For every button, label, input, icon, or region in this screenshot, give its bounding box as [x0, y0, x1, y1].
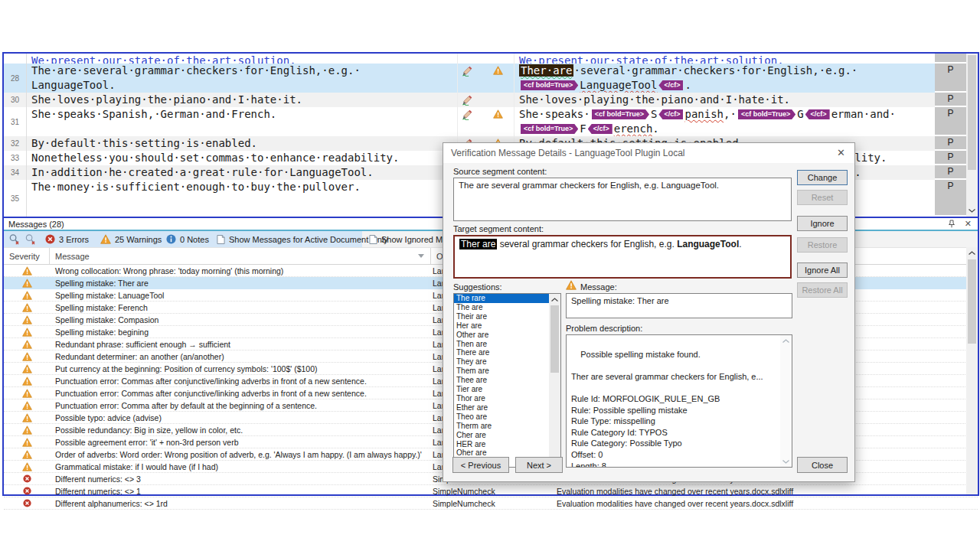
errors-filter-button[interactable]: 3 Errors — [45, 231, 89, 247]
tag-open: <cf bold=True> — [521, 124, 578, 134]
tag-close: </cf> — [658, 109, 683, 119]
message-cell: Different alphanumerics: <> 1rd — [50, 499, 431, 508]
suggestion-item[interactable]: Thor are — [454, 394, 549, 403]
suggestion-item[interactable]: Other are — [454, 331, 549, 340]
suggestion-item[interactable]: HER are — [454, 440, 549, 449]
target-segment-box[interactable]: Ther are several grammar checkers for En… — [453, 235, 792, 279]
warning-icon — [22, 413, 32, 422]
highlighted-error-text: Ther·are — [519, 64, 573, 77]
segment-row[interactable]: 30She·loves·playing·the·piano·and·I·hate… — [4, 93, 966, 107]
severity-cell — [4, 438, 50, 447]
show-active-document-toggle[interactable]: Show Messages for Active Document Only — [217, 231, 388, 247]
source-cell[interactable]: By·default·this·setting·is·enabled. — [27, 136, 458, 151]
suggestion-item[interactable]: Her are — [454, 321, 549, 331]
chevron-up-icon[interactable] — [966, 247, 978, 258]
source-cell[interactable]: Nonetheless·you·should·set·commas·to·enh… — [27, 151, 458, 165]
source-cell[interactable]: She·speaks·Spanish,·German·and·French. — [27, 107, 458, 136]
source-cell[interactable]: The·money·is·sufficient·enough·to·buy·th… — [27, 180, 458, 217]
column-header-message[interactable]: Message — [50, 248, 431, 264]
suggestion-item[interactable]: Theo are — [454, 412, 549, 422]
close-button[interactable]: Close — [797, 457, 848, 473]
change-button[interactable]: Change — [797, 170, 848, 185]
suggestion-item[interactable]: Their are — [454, 312, 549, 321]
previous-button[interactable]: < Previous — [452, 457, 509, 473]
source-cell[interactable]: We·present·our·state·of·the·art·solution… — [27, 54, 458, 64]
message-cell: Order of adverbs: Word order: Wrong posi… — [50, 450, 431, 459]
close-icon[interactable]: ✕ — [965, 220, 972, 228]
confirmation-level-cell: P — [935, 136, 966, 151]
suggestion-item[interactable]: Then are — [454, 340, 549, 349]
message-cell: Redundant determiner: an another (an/ano… — [50, 352, 431, 361]
confirmation-level-cell: P — [935, 180, 966, 217]
target-cell[interactable]: She·loves·playing·the·piano·and·I·hate·i… — [514, 93, 935, 107]
column-header-severity[interactable]: Severity — [4, 248, 50, 264]
suggestions-list: The rareThe areTheir areHer areOther are… — [454, 294, 549, 467]
suggestion-item[interactable]: There are — [454, 348, 549, 357]
next-button[interactable]: Next > — [515, 457, 563, 473]
tag-close: </cf> — [658, 80, 683, 90]
dialog-title: Verification Message Details - LanguageT… — [451, 148, 685, 158]
close-icon[interactable]: ✕ — [837, 147, 845, 158]
suggestion-item[interactable]: Ether are — [454, 403, 549, 412]
problem-scrollbar[interactable] — [780, 335, 792, 467]
target-cell[interactable]: Ther·are·several·grammar·checkers·for·En… — [514, 64, 935, 93]
segment-status-cell — [458, 107, 514, 136]
scrollbar-thumb[interactable] — [968, 55, 976, 170]
message-cell: Possible typo: advice (advise) — [50, 413, 431, 422]
problem-description-box[interactable]: Possible spelling mistake found. Ther ar… — [566, 334, 792, 468]
messages-vertical-scrollbar[interactable] — [966, 247, 978, 494]
scrollbar-thumb[interactable] — [968, 259, 976, 344]
message-row[interactable]: Different alphanumerics: <> 1rdSimpleNum… — [4, 497, 978, 510]
source-segment-box[interactable]: The are several grammar checkers for Eng… — [453, 178, 792, 221]
ignore-all-button[interactable]: Ignore All — [797, 262, 848, 278]
target-cell[interactable]: She·speaks·<cf bold=True>S</cf>panish,·<… — [514, 107, 935, 136]
notes-filter-button[interactable]: 0 Notes — [166, 231, 209, 247]
pin-icon[interactable] — [948, 220, 956, 228]
segment-number: 30 — [4, 93, 27, 107]
reset-button[interactable]: Reset — [797, 190, 848, 205]
clear-find-icon[interactable] — [24, 231, 36, 247]
warning-icon — [22, 450, 32, 459]
target-cell[interactable]: We·present·our·state·of·the·art·solution… — [514, 54, 935, 64]
suggestion-item[interactable]: Therm are — [454, 422, 549, 431]
suggestions-scrollbar[interactable] — [549, 294, 560, 467]
suggestion-item[interactable]: The rare — [454, 294, 549, 303]
segment-row[interactable]: 31She·speaks·Spanish,·German·and·French.… — [4, 107, 966, 136]
problem-description-label: Problem description: — [566, 324, 642, 333]
suggestions-listbox[interactable]: The rareThe areTheir areHer areOther are… — [453, 293, 561, 468]
segment-row-partial[interactable]: We·present·our·state·of·the·art·solution… — [4, 54, 966, 64]
chevron-down-icon[interactable] — [780, 456, 792, 467]
chevron-down-icon[interactable] — [966, 205, 978, 217]
chevron-up-icon[interactable] — [780, 335, 792, 346]
chevron-up-icon[interactable] — [549, 294, 560, 305]
suggestion-item[interactable]: The are — [454, 303, 549, 312]
segment-text: F — [580, 122, 586, 135]
ignore-button[interactable]: Ignore — [797, 216, 848, 231]
suggestion-item[interactable]: Thee are — [454, 376, 549, 385]
segment-row[interactable]: 28The·are·several·grammar·checkers·for·E… — [4, 64, 966, 93]
message-row[interactable]: Different numerics: <> 1SimpleNumcheckEv… — [4, 485, 978, 497]
confirmation-level-cell: P — [935, 64, 966, 93]
message-cell: Different numerics: <> 3 — [50, 474, 431, 484]
confirmation-level-cell: P — [935, 93, 966, 107]
severity-cell — [4, 352, 50, 361]
severity-cell — [4, 266, 50, 276]
dialog-titlebar[interactable]: Verification Message Details - LanguageT… — [443, 143, 854, 163]
source-cell[interactable]: The·are·several·grammar·checkers·for·Eng… — [27, 64, 458, 93]
sort-indicator-icon[interactable] — [418, 254, 424, 259]
suggestion-item[interactable]: Cher are — [454, 431, 549, 440]
suggestion-item[interactable]: They are — [454, 357, 549, 367]
warnings-filter-button[interactable]: 25 Warnings — [100, 231, 162, 247]
highlighted-error-text: Ther are — [459, 239, 497, 249]
document-cell: Evaluation modalities have changed over … — [554, 487, 978, 496]
editor-vertical-scrollbar[interactable] — [966, 54, 978, 217]
scrollbar-thumb[interactable] — [550, 305, 559, 373]
find-message-icon[interactable] — [8, 231, 20, 247]
source-cell[interactable]: In·addition·he·created·a·great·rule·for·… — [27, 165, 458, 180]
segment-number: 34 — [4, 165, 27, 180]
source-cell[interactable]: She·loves·playing·the·piano·and·I·hate·i… — [27, 93, 458, 107]
suggestion-item[interactable]: Them are — [454, 367, 549, 376]
restore-all-button[interactable]: Restore All — [797, 282, 848, 298]
restore-button[interactable]: Restore — [797, 237, 848, 253]
suggestion-item[interactable]: Tier are — [454, 385, 549, 394]
